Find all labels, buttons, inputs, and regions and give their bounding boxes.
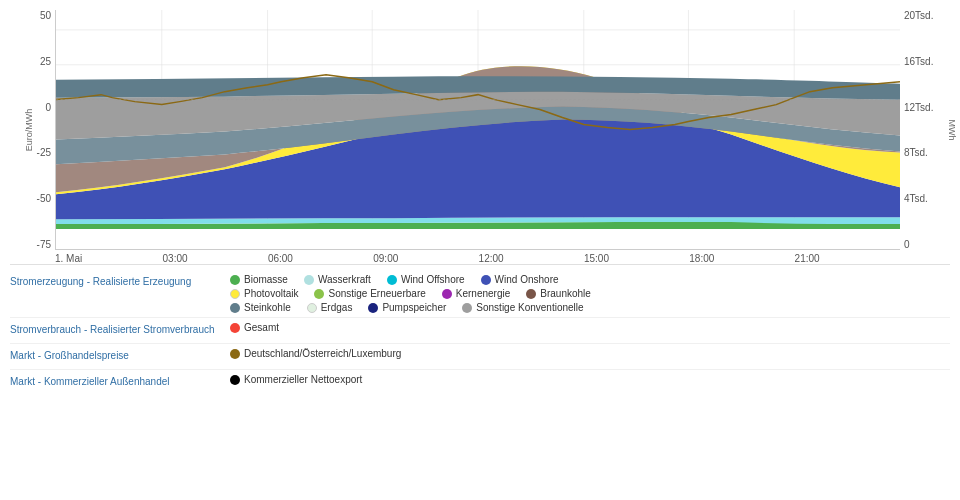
y-left-label-rotate: Euro/MWh	[24, 109, 34, 152]
legend-wasserkraft: Wasserkraft	[304, 274, 371, 285]
legend-row-grosshandel: Markt - Großhandelspreise Deutschland/Ös…	[10, 344, 950, 370]
erdgas-dot	[307, 303, 317, 313]
y-left-n75: -75	[37, 239, 51, 250]
y-axis-left: Euro/MWh 50 25 0 -25 -50 -75	[10, 10, 55, 250]
wind-offshore-label: Wind Offshore	[401, 274, 465, 285]
braunkohle-label: Braunkohle	[540, 288, 591, 299]
legend-biomasse: Biomasse	[230, 274, 288, 285]
x-label-3: 09:00	[373, 253, 398, 264]
photovoltaik-dot	[230, 289, 240, 299]
legend-wind-onshore: Wind Onshore	[481, 274, 559, 285]
wind-onshore-label: Wind Onshore	[495, 274, 559, 285]
y-left-n50: -50	[37, 193, 51, 204]
legend-sonstige-erneuerbare: Sonstige Erneuerbare	[314, 288, 425, 299]
y-left-n25: -25	[37, 147, 51, 158]
legend-title-stromerzeugung: Stromerzeugung - Realisierte Erzeugung	[10, 274, 230, 287]
legend-braunkohle: Braunkohle	[526, 288, 591, 299]
steinkohle-label: Steinkohle	[244, 302, 291, 313]
y-right-4: 4Tsd.	[904, 193, 928, 204]
y-right-12: 12Tsd.	[904, 102, 933, 113]
legend-steinkohle: Steinkohle	[230, 302, 291, 313]
photovoltaik-label: Photovoltaik	[244, 288, 298, 299]
legend-title-stromverbrauch: Stromverbrauch - Realisierter Stromverbr…	[10, 322, 230, 335]
pumpspeicher-label: Pumpspeicher	[382, 302, 446, 313]
sonstige-konventionelle-label: Sonstige Konventionelle	[476, 302, 583, 313]
legend-row-stromerzeugung: Stromerzeugung - Realisierte Erzeugung B…	[10, 270, 950, 318]
legend-items-row2: Photovoltaik Sonstige Erneuerbare Kernen…	[230, 288, 591, 299]
chart-svg	[56, 10, 900, 249]
nettoexport-label: Kommerzieller Nettoexport	[244, 374, 362, 385]
legend-items-row3: Steinkohle Erdgas Pumpspeicher Sonstige …	[230, 302, 591, 313]
deutschland-dot	[230, 349, 240, 359]
chart-wrapper	[55, 10, 900, 250]
erdgas-label: Erdgas	[321, 302, 353, 313]
gesamt-label: Gesamt	[244, 322, 279, 333]
y-left-25: 25	[40, 56, 51, 67]
legend-gesamt: Gesamt	[230, 322, 279, 333]
gesamt-dot	[230, 323, 240, 333]
nettoexport-dot	[230, 375, 240, 385]
y-right-8: 8Tsd.	[904, 147, 928, 158]
sonstige-konventionelle-dot	[462, 303, 472, 313]
wasserkraft-label: Wasserkraft	[318, 274, 371, 285]
wind-offshore-dot	[387, 275, 397, 285]
braunkohle-dot	[526, 289, 536, 299]
x-label-0: 1. Mai	[55, 253, 82, 264]
x-label-4: 12:00	[479, 253, 504, 264]
x-label-2: 06:00	[268, 253, 293, 264]
x-label-7: 21:00	[795, 253, 820, 264]
legend-items-kommerziell: Kommerzieller Nettoexport	[230, 374, 362, 385]
legend-items-grosshandel: Deutschland/Österreich/Luxemburg	[230, 348, 401, 359]
y-right-16: 16Tsd.	[904, 56, 933, 67]
legend-title-kommerziell: Markt - Kommerzieller Außenhandel	[10, 374, 230, 387]
steinkohle-dot	[230, 303, 240, 313]
legend-nettoexport: Kommerzieller Nettoexport	[230, 374, 362, 385]
legend-pumpspeicher: Pumpspeicher	[368, 302, 446, 313]
y-left-50: 50	[40, 10, 51, 21]
legend-section: Stromerzeugung - Realisierte Erzeugung B…	[10, 264, 950, 401]
x-label-6: 18:00	[689, 253, 714, 264]
legend-sonstige-konventionelle: Sonstige Konventionelle	[462, 302, 583, 313]
legend-title-grosshandel: Markt - Großhandelspreise	[10, 348, 230, 361]
y-right-label: MWh	[947, 120, 957, 141]
legend-items-row1: Biomasse Wasserkraft Wind Offshore Wind …	[230, 274, 591, 285]
wind-onshore-dot	[481, 275, 491, 285]
legend-row-kommerziell: Markt - Kommerzieller Außenhandel Kommer…	[10, 370, 950, 396]
x-label-1: 03:00	[163, 253, 188, 264]
legend-row-stromverbrauch: Stromverbrauch - Realisierter Stromverbr…	[10, 318, 950, 344]
main-container: Euro/MWh 50 25 0 -25 -50 -75	[0, 0, 960, 500]
legend-items-stromverbrauch: Gesamt	[230, 322, 279, 333]
y-axis-right: 20Tsd. 16Tsd. 12Tsd. 8Tsd. 4Tsd. 0 MWh	[900, 10, 950, 250]
x-label-5: 15:00	[584, 253, 609, 264]
sonstige-erneuerbare-label: Sonstige Erneuerbare	[328, 288, 425, 299]
pumpspeicher-dot	[368, 303, 378, 313]
wasserkraft-dot	[304, 275, 314, 285]
y-left-0: 0	[45, 102, 51, 113]
legend-photovoltaik: Photovoltaik	[230, 288, 298, 299]
deutschland-label: Deutschland/Österreich/Luxemburg	[244, 348, 401, 359]
legend-kernenergie: Kernenergie	[442, 288, 510, 299]
legend-deutschland: Deutschland/Österreich/Luxemburg	[230, 348, 401, 359]
legend-erdgas: Erdgas	[307, 302, 353, 313]
kernenergie-label: Kernenergie	[456, 288, 510, 299]
kernenergie-dot	[442, 289, 452, 299]
chart-area: Euro/MWh 50 25 0 -25 -50 -75	[10, 10, 950, 250]
biomasse-label: Biomasse	[244, 274, 288, 285]
sonstige-erneuerbare-dot	[314, 289, 324, 299]
x-axis: 1. Mai 03:00 06:00 09:00 12:00 15:00 18:…	[55, 250, 900, 264]
y-right-0: 0	[904, 239, 910, 250]
legend-wind-offshore: Wind Offshore	[387, 274, 465, 285]
biomasse-dot	[230, 275, 240, 285]
y-right-20: 20Tsd.	[904, 10, 933, 21]
